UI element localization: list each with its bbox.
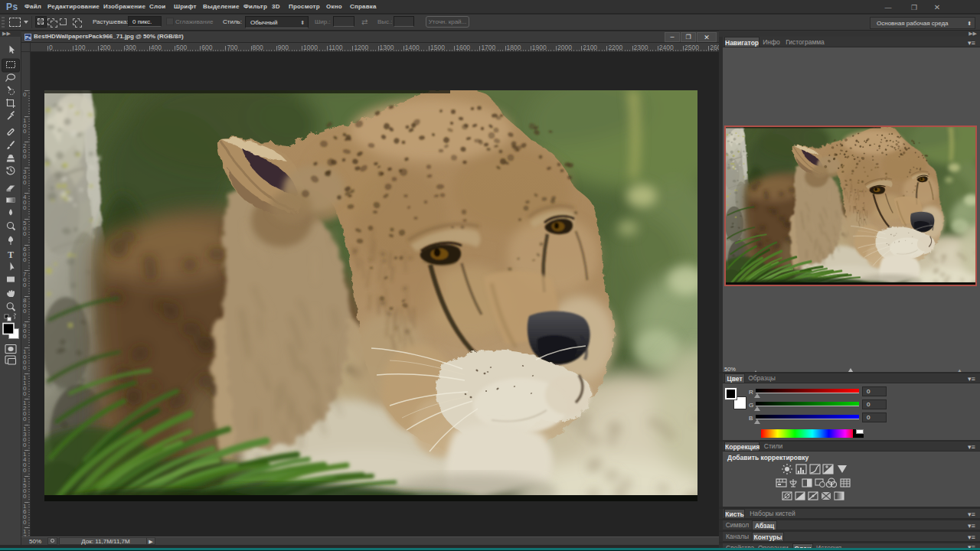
svg-text:T: T	[8, 249, 14, 260]
